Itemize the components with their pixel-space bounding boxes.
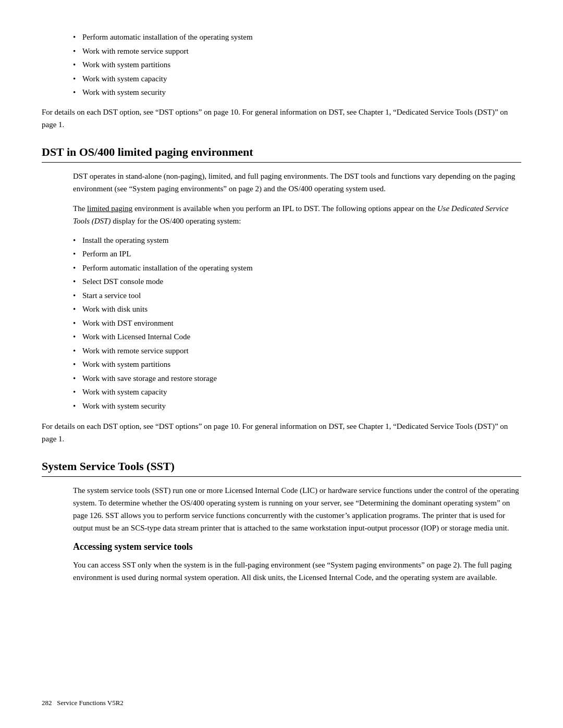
footer-page-number: 282 xyxy=(42,699,52,707)
section1-bullet-list: Install the operating system Perform an … xyxy=(42,235,521,412)
list-item: Work with system partitions xyxy=(73,59,521,71)
list-item: Perform automatic installation of the op… xyxy=(73,31,521,43)
list-item: Perform automatic installation of the op… xyxy=(73,262,521,274)
list-item: Work with system security xyxy=(73,400,521,412)
section-sst: System Service Tools (SST) The system se… xyxy=(42,460,521,584)
page: Perform automatic installation of the op… xyxy=(0,0,563,728)
list-item: Work with system capacity xyxy=(73,73,521,85)
top-for-details: For details on each DST option, see “DST… xyxy=(42,106,521,131)
subsection-para1: You can access SST only when the system … xyxy=(42,559,521,584)
list-item: Work with Licensed Internal Code xyxy=(73,331,521,343)
section1-heading: DST in OS/400 limited paging environment xyxy=(42,145,521,163)
list-item: Work with save storage and restore stora… xyxy=(73,373,521,385)
subsection-accessing-sst: Accessing system service tools You can a… xyxy=(42,541,521,584)
section2-heading: System Service Tools (SST) xyxy=(42,460,521,477)
section1-para2-suffix: environment is available when you perfor… xyxy=(132,204,437,213)
footer: 282 Service Functions V5R2 xyxy=(42,699,124,707)
list-item: Work with system partitions xyxy=(73,359,521,371)
list-item: Work with remote service support xyxy=(73,345,521,357)
section1-para1: DST operates in stand-alone (non-paging)… xyxy=(42,170,521,195)
list-item: Work with system capacity xyxy=(73,386,521,398)
list-item: Work with remote service support xyxy=(73,45,521,57)
section1-para2-underline: limited paging xyxy=(87,204,132,213)
section1-para2-prefix: The xyxy=(73,204,87,213)
subsection-heading: Accessing system service tools xyxy=(42,541,521,552)
footer-label: Service Functions V5R2 xyxy=(57,699,124,707)
list-item: Work with system security xyxy=(73,87,521,98)
section2-para1: The system service tools (SST) run one o… xyxy=(42,484,521,534)
list-item: Work with DST environment xyxy=(73,317,521,329)
list-item: Start a service tool xyxy=(73,290,521,302)
section1-para2: The limited paging environment is availa… xyxy=(42,202,521,227)
top-bullet-list: Perform automatic installation of the op… xyxy=(42,31,521,98)
section-dst-limited-paging: DST in OS/400 limited paging environment… xyxy=(42,145,521,446)
section1-for-details: For details on each DST option, see “DST… xyxy=(42,420,521,445)
list-item: Perform an IPL xyxy=(73,248,521,260)
list-item: Select DST console mode xyxy=(73,276,521,288)
list-item: Work with disk units xyxy=(73,303,521,315)
list-item: Install the operating system xyxy=(73,235,521,246)
section1-para2-end: display for the OS/400 operating system: xyxy=(111,217,241,225)
